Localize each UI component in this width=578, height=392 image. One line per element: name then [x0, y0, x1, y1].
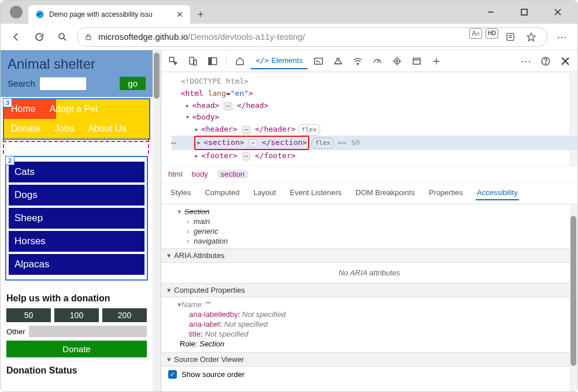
- amount-200[interactable]: 200: [102, 308, 147, 322]
- aria-attributes-head[interactable]: ▾ARIA Attributes: [161, 248, 577, 263]
- donate-button[interactable]: Donate: [6, 341, 147, 357]
- breadcrumb[interactable]: html body section: [161, 166, 577, 182]
- donation-heading: Help us with a donation: [6, 293, 147, 304]
- subtab-styles[interactable]: Styles: [169, 186, 192, 200]
- show-source-order-checkbox[interactable]: ✓: [168, 370, 177, 379]
- cat-cats[interactable]: Cats: [9, 162, 144, 182]
- source-order-head[interactable]: ▾Source Order Viewer: [161, 352, 577, 367]
- cat-sheep[interactable]: Sheep: [9, 208, 144, 229]
- read-aloud-icon[interactable]: A)): [469, 28, 482, 39]
- minimize-button[interactable]: [480, 4, 501, 20]
- svg-marker-11: [527, 33, 535, 41]
- other-input[interactable]: [29, 326, 147, 337]
- device-icon[interactable]: [184, 53, 202, 70]
- hd-icon[interactable]: HD: [486, 28, 498, 39]
- subtab-properties[interactable]: Properties: [428, 186, 464, 200]
- crumb-section[interactable]: section: [217, 170, 248, 178]
- search-icon[interactable]: [54, 28, 71, 46]
- inspect-icon[interactable]: [165, 53, 182, 70]
- subtab-event-listeners[interactable]: Event Listeners: [288, 186, 343, 200]
- application-icon[interactable]: [408, 53, 425, 70]
- subtab-layout[interactable]: Layout: [252, 186, 277, 200]
- reader-icon[interactable]: [502, 28, 519, 46]
- crumb-body[interactable]: body: [192, 170, 208, 178]
- search-input[interactable]: [40, 77, 86, 90]
- performance-icon[interactable]: [369, 53, 386, 70]
- close-window-button[interactable]: [547, 4, 568, 20]
- help-icon[interactable]: [537, 53, 554, 70]
- subtab-accessibility[interactable]: Accessibility: [476, 186, 519, 200]
- nav-donate[interactable]: Donate: [4, 119, 48, 139]
- go-button[interactable]: go: [120, 77, 146, 90]
- donation-status-heading: Donation Status: [6, 365, 147, 376]
- dom-tree[interactable]: <!DOCTYPE html> <html lang="en"> ▸<head>…: [161, 72, 577, 166]
- dom-scrollbar[interactable]: [569, 72, 577, 166]
- url-field[interactable]: microsoftedge.github.io/Demos/devtools-a…: [77, 27, 547, 47]
- close-devtools-icon[interactable]: [557, 53, 574, 70]
- favorite-icon[interactable]: [523, 28, 540, 46]
- svg-rect-29: [413, 58, 420, 64]
- menu-button[interactable]: ⋯: [553, 28, 570, 46]
- refresh-button[interactable]: [31, 28, 48, 46]
- new-tab-button[interactable]: ＋: [192, 6, 209, 22]
- devtools-more-icon[interactable]: ⋯: [517, 53, 535, 70]
- donation-section: Help us with a donation 50 100 200 Other…: [1, 283, 153, 385]
- url-text: microsoftedge.github.io/Demos/devtools-a…: [98, 32, 464, 42]
- tab-title: Demo page with accessibility issu: [49, 10, 172, 18]
- devtools-toolbar: </>Elements ＋ ⋯: [161, 50, 577, 72]
- svg-rect-16: [209, 58, 212, 65]
- svg-rect-2: [521, 9, 527, 15]
- profile-avatar[interactable]: [10, 6, 23, 18]
- search-label: Search: [8, 79, 35, 88]
- maximize-button[interactable]: [514, 4, 535, 20]
- address-bar: microsoftedge.github.io/Demos/devtools-a…: [1, 24, 577, 50]
- cat-alpacas[interactable]: Alpacas: [9, 254, 144, 275]
- computed-properties-head[interactable]: ▾Computed Properties: [161, 283, 577, 297]
- devtools-panel: </>Elements ＋ ⋯ <!DOCTYPE html> <html la…: [161, 50, 577, 391]
- console-icon[interactable]: [310, 53, 327, 70]
- dock-icon[interactable]: [204, 53, 221, 70]
- lock-icon: [84, 33, 92, 41]
- accessibility-pane: ▾Section ›main ›generic ›navigation ▾ARI…: [161, 204, 577, 391]
- subtab-computed[interactable]: Computed: [203, 186, 240, 200]
- nav-about[interactable]: About Us: [81, 119, 133, 139]
- subtab-dom-breakpoints[interactable]: DOM Breakpoints: [354, 186, 416, 200]
- sources-icon[interactable]: [329, 53, 347, 70]
- back-button[interactable]: [8, 28, 25, 46]
- nav-jobs[interactable]: Jobs: [48, 119, 81, 139]
- nav-overlay-box: 3 Home Adopt a Pet Donate Jobs About Us: [3, 98, 150, 140]
- amount-50[interactable]: 50: [6, 308, 51, 322]
- welcome-icon[interactable]: [231, 53, 249, 70]
- svg-line-4: [555, 9, 561, 15]
- tab-close-icon[interactable]: ✕: [176, 10, 183, 19]
- window-titlebar: Demo page with accessibility issu ✕ ＋: [1, 1, 577, 24]
- svg-point-24: [396, 60, 398, 62]
- aria-empty: No ARIA attributes: [161, 263, 577, 283]
- acc-scrollbar[interactable]: [569, 204, 577, 391]
- styles-subtabs: Styles Computed Layout Event Listeners D…: [161, 182, 577, 204]
- nav-adopt[interactable]: Adopt a Pet: [43, 99, 105, 119]
- cat-dogs[interactable]: Dogs: [9, 185, 144, 206]
- page-title: Animal shelter: [8, 56, 146, 72]
- row-actions-icon[interactable]: ⋯: [171, 136, 176, 151]
- crumb-html[interactable]: html: [168, 170, 183, 178]
- memory-icon[interactable]: [388, 53, 406, 70]
- svg-point-19: [336, 58, 339, 61]
- accessibility-tree[interactable]: ▾Section ›main ›generic ›navigation: [161, 204, 577, 248]
- overlay-dash: [3, 141, 149, 142]
- browser-tab[interactable]: Demo page with accessibility issu ✕: [28, 5, 190, 24]
- svg-line-22: [377, 60, 379, 63]
- tab-elements[interactable]: </>Elements: [251, 53, 307, 69]
- page-header: Animal shelter Search go: [1, 50, 153, 97]
- amount-100[interactable]: 100: [54, 308, 99, 322]
- network-icon[interactable]: [349, 53, 366, 70]
- svg-point-23: [394, 58, 399, 64]
- page-scrollbar[interactable]: [153, 50, 161, 391]
- overlay-badge-3: 3: [3, 98, 12, 107]
- show-source-order-label: Show source order: [181, 370, 244, 379]
- cat-horses[interactable]: Horses: [9, 231, 144, 252]
- rendered-page: Animal shelter Search go 3 Home Adopt a …: [1, 50, 161, 391]
- svg-rect-17: [314, 58, 323, 64]
- more-tabs-icon[interactable]: ＋: [428, 53, 445, 70]
- edge-icon: [35, 10, 45, 19]
